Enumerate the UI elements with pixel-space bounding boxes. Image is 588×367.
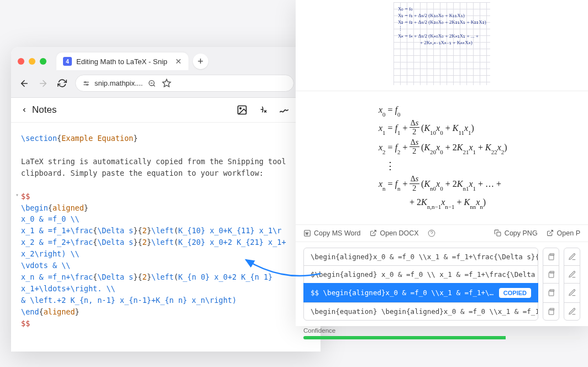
- back-to-notes-button[interactable]: Notes: [21, 104, 56, 116]
- rendered-equation: x0 = f0 x1 = f1 + Δs2 (K10x0 + K11x1) x2…: [296, 91, 588, 224]
- zoom-icon[interactable]: [147, 79, 157, 88]
- open-external-icon: [547, 229, 554, 237]
- fold-caret-icon[interactable]: ▾: [15, 191, 19, 200]
- minimize-window-button[interactable]: [29, 58, 35, 65]
- tab-bar: 4 Editing Math to LaTeX - Snip ✕ +: [11, 47, 321, 70]
- scribble-icon[interactable]: [279, 104, 290, 116]
- image-icon[interactable]: [237, 104, 248, 116]
- svg-line-17: [154, 85, 155, 86]
- copied-badge: COPIED: [499, 288, 531, 298]
- browser-tab[interactable]: 4 Editing Math to LaTeX - Snip ✕: [56, 53, 188, 70]
- copy-icon: [494, 229, 502, 237]
- copy-button[interactable]: [543, 265, 559, 284]
- address-bar-row: snip.mathpix....: [11, 70, 321, 97]
- open-docx-button[interactable]: Open DOCX: [370, 229, 419, 237]
- reload-button[interactable]: [56, 78, 67, 88]
- latex-editor[interactable]: \section{Example Equation} LaTeX string …: [11, 123, 321, 352]
- close-tab-button[interactable]: ✕: [175, 57, 182, 66]
- function-icon[interactable]: [258, 104, 269, 116]
- hw-line: X₂ = f₂ + Δs/2 (K₂₀X₀ + 2K₂₁X₁ + K₂₂X₂): [398, 19, 486, 25]
- copy-ms-word-button[interactable]: Copy MS Word: [303, 229, 361, 237]
- maximize-window-button[interactable]: [40, 58, 46, 65]
- svg-point-13: [85, 81, 86, 82]
- source-image-strip: X₀ = f₀ X₁ = f₁ + Δs/2 (K₁₀X₀ + K₁₁X₁) X…: [296, 0, 588, 91]
- edit-button[interactable]: [564, 265, 580, 284]
- snip-result-panel: X₀ = f₀ X₁ = f₁ + Δs/2 (K₁₀X₀ + K₁₁X₁) X…: [296, 0, 588, 326]
- url-input[interactable]: snip.mathpix....: [75, 75, 294, 92]
- hw-line: Xₙ = fₙ + Δs/2 (Kₙ₀X₀ + 2Kₙ₁X₁ + ... +: [398, 33, 486, 39]
- svg-point-14: [87, 84, 88, 85]
- hw-line: + 2Kₙ,ₙ₋₁Xₙ₋₁ + KₙₙXₙ): [398, 39, 486, 46]
- latex-format-list: \begin{aligned}x_0 & =f_0 \\x_1 & =f_1+\…: [296, 242, 588, 324]
- copy-button[interactable]: [543, 248, 559, 266]
- notes-header: Notes: [11, 98, 321, 123]
- confidence-section: Confidence: [296, 324, 588, 346]
- notes-title: Notes: [32, 104, 56, 116]
- new-tab-button[interactable]: +: [193, 54, 208, 69]
- copy-button[interactable]: [543, 283, 559, 303]
- handwritten-source-image: X₀ = f₀ X₁ = f₁ + Δs/2 (K₁₀X₀ + K₁₁X₁) X…: [393, 2, 490, 85]
- bookmark-icon[interactable]: [161, 78, 171, 88]
- forward-button[interactable]: [38, 78, 49, 88]
- edit-button[interactable]: [564, 248, 580, 266]
- copy-png-label: Copy PNG: [505, 229, 538, 237]
- hw-line: X₁ = f₁ + Δs/2 (K₁₀X₀ + K₁₁X₁): [398, 12, 486, 19]
- back-button[interactable]: [19, 78, 30, 88]
- copy-png-button[interactable]: Copy PNG: [494, 229, 538, 237]
- svg-marker-18: [162, 79, 170, 86]
- confidence-fill: [303, 336, 506, 339]
- browser-chrome: 4 Editing Math to LaTeX - Snip ✕ + snip.…: [11, 47, 321, 98]
- hw-line: X₀ = f₀: [398, 6, 486, 12]
- favicon-icon: 4: [63, 57, 72, 66]
- tab-title: Editing Math to LaTeX - Snip: [76, 57, 167, 66]
- format-option-equation[interactable]: \begin{equation} \begin{aligned}x_0 & =f…: [303, 302, 538, 321]
- copy-word-label: Copy MS Word: [314, 229, 361, 237]
- format-option-plain[interactable]: \begin{aligned}x_0 & =f_0 \\x_1 & =f_1+\…: [303, 248, 538, 266]
- confidence-bar: [303, 336, 580, 339]
- notes-app: Notes \section{Example Equation} LaTeX s…: [11, 98, 321, 352]
- edit-button[interactable]: [564, 283, 580, 303]
- open-p-label: Open P: [557, 229, 580, 237]
- browser-window: 4 Editing Math to LaTeX - Snip ✕ + snip.…: [11, 47, 321, 352]
- copy-button[interactable]: [543, 302, 559, 321]
- site-settings-icon[interactable]: [82, 80, 90, 87]
- window-controls: [18, 58, 46, 65]
- export-action-bar: Copy MS Word Open DOCX Copy PNG Open P: [296, 224, 588, 242]
- word-icon: [303, 229, 311, 237]
- close-window-button[interactable]: [18, 58, 24, 65]
- open-docx-label: Open DOCX: [380, 229, 419, 237]
- svg-rect-2: [497, 232, 501, 236]
- svg-point-20: [240, 108, 242, 109]
- open-external-icon: [370, 229, 377, 237]
- confidence-label: Confidence: [303, 327, 580, 334]
- open-p-button[interactable]: Open P: [547, 229, 580, 237]
- hw-line: ⋮: [398, 25, 486, 32]
- edit-button[interactable]: [564, 302, 580, 321]
- format-option-inline[interactable]: $\begin{aligned} x_0 & =f_0 \\ x_1 & =f_…: [303, 265, 538, 284]
- help-icon[interactable]: [428, 229, 435, 237]
- url-text: snip.mathpix....: [95, 79, 143, 87]
- format-option-display[interactable]: $$ \begin{aligned}x_0 & =f_0 \\x_1 & =f_…: [303, 283, 538, 303]
